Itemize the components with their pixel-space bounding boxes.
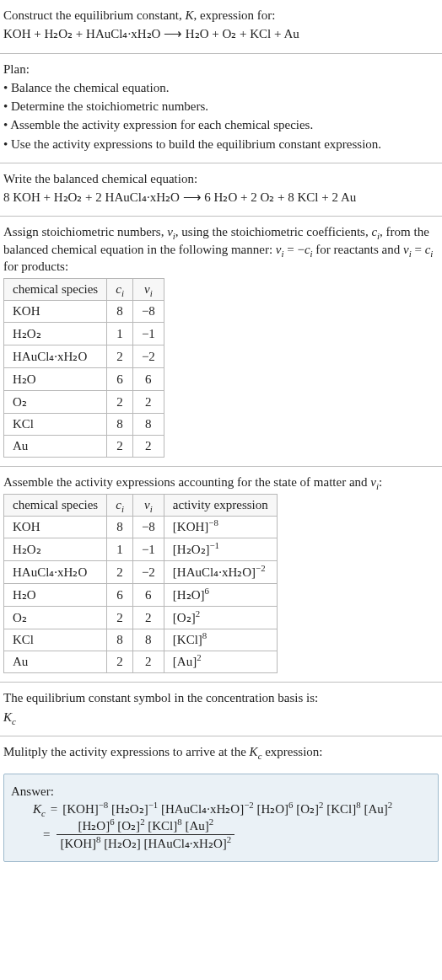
balanced-heading: Write the balanced chemical equation: [3, 170, 439, 187]
kc-product-terms: [KOH]−8 [H₂O₂]−1 [HAuCl₄·xH₂O]−2 [H₂O]6 … [62, 801, 392, 817]
kc-fraction-den: [KOH]8 [H₂O₂] [HAuCl₄·xH₂O]2 [57, 835, 234, 851]
table-row: HAuCl₄·xH₂O2−2 [4, 345, 164, 368]
table-row: Au22 [4, 436, 164, 458]
activity-table: chemical species ci νi activity expressi… [3, 494, 278, 673]
intro-section: Construct the equilibrium constant, K, e… [0, 0, 442, 54]
table-row: H₂O₂1−1[H₂O₂]−1 [4, 538, 278, 561]
plan-heading: Plan: [3, 61, 439, 78]
table-row: H₂O₂1−1 [4, 323, 164, 345]
stoich-table: chemical species ci νi KOH8−8 H₂O₂1−1 HA… [3, 278, 164, 458]
kc-fraction-line: = [H₂O]6 [O₂]2 [KCl]8 [Au]2 [KOH]8 [H₂O₂… [33, 817, 431, 853]
kc-symbol-intro: The equilibrium constant symbol in the c… [3, 689, 439, 706]
table-row: O₂22 [4, 391, 164, 414]
stoich-header-species: chemical species [4, 279, 107, 301]
kc-symbol: Kc [3, 709, 439, 726]
plan-bullet-3: • Use the activity expressions to build … [3, 136, 439, 153]
intro-title: Construct the equilibrium constant, K, e… [3, 7, 439, 24]
table-header-row: chemical species ci νi [4, 279, 164, 301]
stoich-intro: Assign stoichiometric numbers, νi, using… [3, 223, 439, 275]
table-row: KCl88[KCl]8 [4, 629, 278, 651]
table-row: KOH8−8[KOH]−8 [4, 517, 278, 538]
activity-header-species: chemical species [4, 495, 107, 517]
kc-fraction-num: [H₂O]6 [O₂]2 [KCl]8 [Au]2 [57, 818, 234, 835]
balanced-section: Write the balanced chemical equation: 8 … [0, 163, 442, 217]
activity-intro: Assemble the activity expressions accoun… [3, 474, 439, 490]
table-row: O₂22[O₂]2 [4, 607, 278, 629]
stoich-header-ci: ci [107, 279, 133, 301]
table-row: KCl88 [4, 414, 164, 436]
final-intro: Mulitply the activity expressions to arr… [3, 743, 439, 760]
plan-bullet-1: • Determine the stoichiometric numbers. [3, 98, 439, 115]
stoich-header-nui: νi [132, 279, 164, 301]
table-row: H₂O66[H₂O]6 [4, 584, 278, 607]
table-row: H₂O66 [4, 368, 164, 391]
activity-header-expr: activity expression [164, 495, 277, 517]
kc-product-line: Kc = [KOH]−8 [H₂O₂]−1 [HAuCl₄·xH₂O]−2 [H… [33, 801, 431, 817]
plan-section: Plan: • Balance the chemical equation. •… [0, 54, 442, 163]
kc-label: Kc [33, 802, 46, 817]
table-row: HAuCl₄·xH₂O2−2[HAuCl₄·xH₂O]−2 [4, 561, 278, 584]
balanced-equation: 8 KOH + H₂O₂ + 2 HAuCl₄·xH₂O ⟶ 6 H₂O + 2… [3, 189, 439, 206]
equals-sign: = [49, 802, 59, 817]
plan-bullet-2: • Assemble the activity expression for e… [3, 116, 439, 133]
kc-fraction: [H₂O]6 [O₂]2 [KCl]8 [Au]2 [KOH]8 [H₂O₂] … [57, 818, 234, 851]
activity-header-nui: νi [132, 495, 164, 517]
equals-sign-2: = [41, 827, 51, 842]
activity-header-ci: ci [107, 495, 133, 517]
stoich-section: Assign stoichiometric numbers, νi, using… [0, 217, 442, 467]
kc-symbol-section: The equilibrium constant symbol in the c… [0, 683, 442, 736]
intro-reaction: KOH + H₂O₂ + HAuCl₄·xH₂O ⟶ H₂O + O₂ + KC… [3, 25, 439, 42]
table-row: KOH8−8 [4, 301, 164, 323]
final-section: Mulitply the activity expressions to arr… [0, 736, 442, 770]
table-header-row: chemical species ci νi activity expressi… [4, 495, 278, 517]
answer-label: Answer: [11, 783, 431, 800]
plan-bullet-0: • Balance the chemical equation. [3, 79, 439, 96]
answer-box: Answer: Kc = [KOH]−8 [H₂O₂]−1 [HAuCl₄·xH… [3, 774, 439, 862]
table-row: Au22[Au]2 [4, 651, 278, 673]
activity-section: Assemble the activity expressions accoun… [0, 467, 442, 683]
